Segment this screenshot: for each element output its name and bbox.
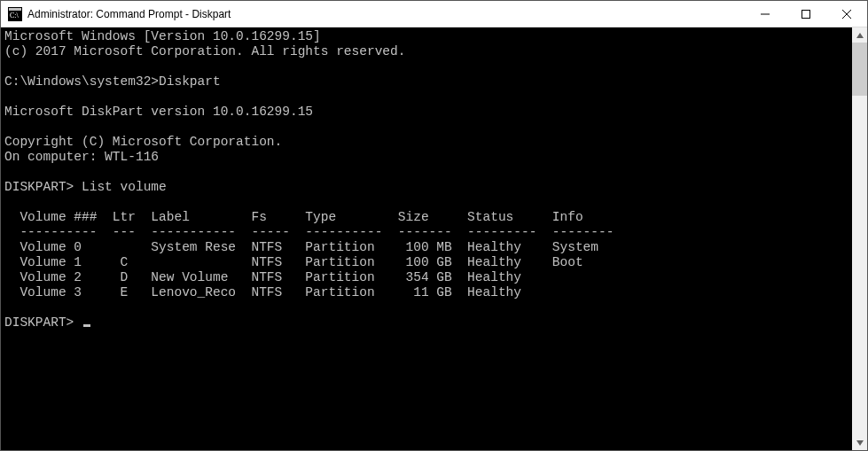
minimize-button[interactable] bbox=[745, 1, 786, 27]
table-header: Volume ### Ltr Label Fs Type Size Status… bbox=[4, 210, 583, 224]
line-dp-prompt: DISKPART> bbox=[4, 315, 82, 330]
scroll-down-button[interactable] bbox=[852, 435, 867, 450]
table-row: Volume 3 E Lenovo_Reco NTFS Partition 11… bbox=[4, 285, 521, 299]
svg-marker-8 bbox=[856, 440, 864, 446]
table-row: Volume 1 C NTFS Partition 100 GB Healthy… bbox=[4, 255, 583, 269]
line-dp-prompt-list: DISKPART> List volume bbox=[4, 180, 167, 194]
table-row: Volume 2 D New Volume NTFS Partition 354… bbox=[4, 270, 521, 284]
maximize-button[interactable] bbox=[786, 1, 826, 27]
line-on-computer: On computer: WTL-116 bbox=[4, 150, 159, 164]
scroll-up-button[interactable] bbox=[852, 27, 867, 43]
table-row: Volume 0 System Rese NTFS Partition 100 … bbox=[4, 240, 598, 254]
line-prompt-diskpart: C:\Windows\system32>Diskpart bbox=[4, 74, 221, 89]
line-copyright: (c) 2017 Microsoft Corporation. All righ… bbox=[4, 44, 405, 58]
close-button[interactable] bbox=[826, 1, 867, 27]
svg-text:C:\: C:\ bbox=[10, 12, 20, 19]
table-separator: ---------- --- ----------- ----- -------… bbox=[4, 225, 614, 239]
cmd-icon: C:\ bbox=[8, 7, 22, 21]
line-winver: Microsoft Windows [Version 10.0.16299.15… bbox=[4, 29, 321, 43]
line-dp-version: Microsoft DiskPart version 10.0.16299.15 bbox=[4, 105, 313, 119]
scrollbar-vertical[interactable] bbox=[852, 27, 867, 450]
svg-rect-1 bbox=[9, 8, 21, 11]
terminal[interactable]: Microsoft Windows [Version 10.0.16299.15… bbox=[1, 27, 852, 450]
scroll-thumb[interactable] bbox=[852, 43, 867, 96]
svg-marker-7 bbox=[856, 33, 864, 38]
line-dp-copyright: Copyright (C) Microsoft Corporation. bbox=[4, 135, 282, 149]
scroll-track[interactable] bbox=[852, 43, 867, 435]
content-wrap: Microsoft Windows [Version 10.0.16299.15… bbox=[1, 27, 867, 450]
titlebar[interactable]: C:\ Administrator: Command Prompt - Disk… bbox=[1, 1, 867, 27]
svg-rect-4 bbox=[802, 10, 810, 18]
window-title: Administrator: Command Prompt - Diskpart bbox=[27, 8, 231, 20]
cursor bbox=[83, 324, 90, 327]
